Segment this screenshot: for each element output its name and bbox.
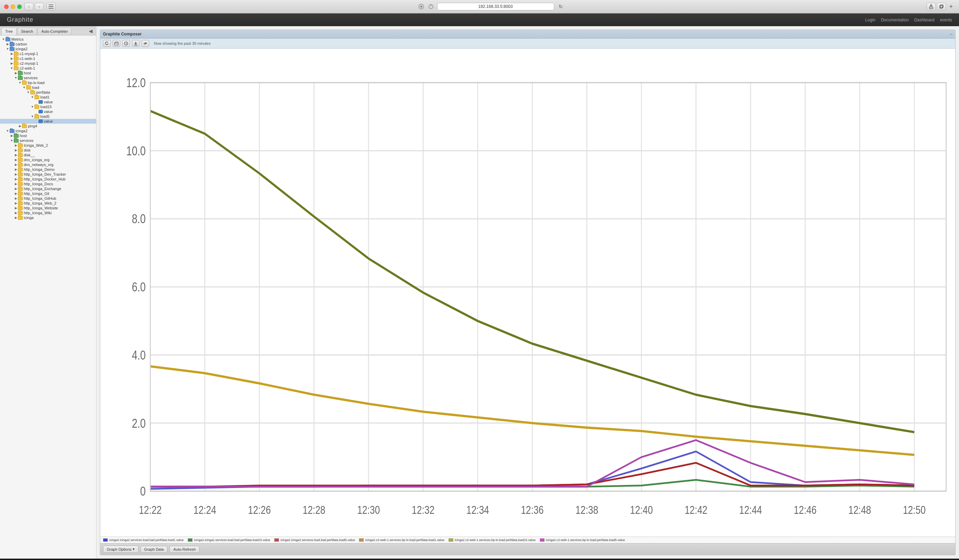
tree-item-icinga2-2[interactable]: ▼ icinga2	[0, 129, 96, 133]
tree-item-value1[interactable]: value	[0, 100, 96, 104]
duplicate-button[interactable]	[937, 3, 946, 10]
expand-http-icinga-docker-icon[interactable]: ▶	[14, 177, 18, 181]
expand-icinga2-2-icon[interactable]: ▼	[5, 129, 10, 133]
expand-host2-icon[interactable]: ▶	[10, 134, 14, 137]
tree-item-value5[interactable]: value	[0, 119, 96, 124]
expand-services2-icon[interactable]: ▼	[10, 139, 14, 142]
tree-item-c2-mysql-1[interactable]: ▶ c2-mysql-1	[0, 61, 96, 66]
tab-auto-completer[interactable]: Auto-Completer	[38, 27, 72, 35]
login-link[interactable]: Login	[865, 18, 875, 22]
expand-c1-mysql-1-icon[interactable]: ▶	[10, 52, 14, 56]
expand-host-icon[interactable]: ▶	[14, 71, 18, 75]
tree-item-http-icinga-wiki[interactable]: ▶ http_Icinga_Wiki	[0, 210, 96, 215]
tab-tree[interactable]: Tree	[2, 27, 16, 35]
graph-data-button[interactable]: Graph Data	[140, 546, 168, 553]
close-button[interactable]	[4, 5, 9, 9]
tree-item-load1[interactable]: ▼ load1	[0, 95, 96, 100]
tree-item-disk__[interactable]: ▶ disk__	[0, 153, 96, 158]
save-button[interactable]	[132, 40, 140, 47]
expand-http-icinga-web2-icon[interactable]: ▶	[14, 202, 18, 205]
tree-item-value15[interactable]: value	[0, 109, 96, 114]
sidebar-collapse-button[interactable]: ◀	[87, 27, 95, 35]
expand-disk__-icon[interactable]: ▶	[14, 153, 18, 157]
tree-item-disk[interactable]: ▶ disk	[0, 148, 96, 153]
expand-http-icinga-docs-icon[interactable]: ▶	[14, 182, 18, 186]
expand-services-icon[interactable]: ▼	[14, 76, 18, 80]
forward-button[interactable]: ›	[35, 3, 44, 10]
address-bar[interactable]: 192.168.33.5:8003	[437, 3, 554, 10]
tree-item-carbon[interactable]: ▶ carbon	[0, 42, 96, 46]
expand-icinga3-icon[interactable]: ▶	[14, 216, 18, 220]
auto-refresh-button[interactable]: Auto-Refresh	[169, 546, 199, 553]
tree-item-c1-web-1[interactable]: ▶ c1-web-1	[0, 56, 96, 61]
share-button[interactable]	[927, 3, 935, 10]
expand-c2-mysql-1-icon[interactable]: ▶	[10, 62, 14, 65]
expand-http-icinga-demo-icon[interactable]: ▶	[14, 168, 18, 171]
expand-c1-web-1-icon[interactable]: ▶	[10, 57, 14, 60]
expand-http-icinga-website-icon[interactable]: ▶	[14, 206, 18, 210]
tree-item-http-icinga-web2[interactable]: ▶ http_Icinga_Web_2	[0, 201, 96, 205]
tree-item-c1-mysql-1[interactable]: ▶ c1-mysql-1	[0, 51, 96, 56]
expand-icinga-web-2-icon[interactable]: ▶	[14, 144, 18, 147]
expand-c2-web-1-icon[interactable]: ▼	[10, 67, 14, 70]
clock-button[interactable]	[122, 40, 130, 47]
expand-dns-netways-org-icon[interactable]: ▶	[14, 163, 18, 166]
back-button[interactable]: ‹	[24, 3, 33, 10]
link-button[interactable]	[142, 40, 149, 47]
tree-item-load15[interactable]: ▼ load15	[0, 104, 96, 109]
tree-item-services[interactable]: ▼ services	[0, 75, 96, 80]
expand-http-icinga-github-icon[interactable]: ▶	[14, 197, 18, 200]
tree-item-c2-web-1[interactable]: ▼ c2-web-1	[0, 66, 96, 71]
tree-item-load5[interactable]: ▼ load5	[0, 114, 96, 119]
sidebar-toggle-button[interactable]	[46, 3, 56, 10]
tree-item-metrics[interactable]: ▼ Metrics	[0, 37, 96, 42]
expand-icinga2-1-icon[interactable]: ▼	[5, 47, 10, 51]
tree-item-http-icinga-demo[interactable]: ▶ http_Icinga_Demo	[0, 167, 96, 172]
expand-perfdata-icon[interactable]: ▼	[26, 91, 30, 94]
tree-item-load[interactable]: ▼ load	[0, 85, 96, 90]
calendar-button[interactable]	[113, 40, 120, 47]
reload-button[interactable]: ↻	[557, 3, 565, 10]
new-tab-button[interactable]: +	[947, 3, 955, 10]
tree-item-host[interactable]: ▶ host	[0, 71, 96, 75]
expand-http-icinga-exchange-icon[interactable]: ▶	[14, 187, 18, 191]
expand-dns-icinga-org-icon[interactable]: ▶	[14, 158, 18, 162]
tree-item-ping4[interactable]: ▶ ping4	[0, 124, 96, 129]
tree-item-bp-lx-load[interactable]: ▼ bp-lx-load	[0, 80, 96, 85]
expand-ping4-icon[interactable]: ▶	[18, 124, 22, 128]
expand-bp-lx-load-icon[interactable]: ▼	[18, 81, 22, 84]
expand-http-icinga-wiki-icon[interactable]: ▶	[14, 211, 18, 215]
tree-item-http-icinga-docs[interactable]: ▶ http_Icinga_Docs	[0, 181, 96, 186]
tree-item-dns-netways-org[interactable]: ▶ dns_netways_org	[0, 162, 96, 167]
expand-load-icon[interactable]: ▼	[22, 86, 26, 89]
tree-item-http-icinga-docker[interactable]: ▶ http_Icinga_Docker_Hub	[0, 177, 96, 181]
tree-item-icinga3[interactable]: ▶ icinga	[0, 215, 96, 220]
dashboard-link[interactable]: Dashboard	[914, 18, 935, 22]
maximize-button[interactable]	[17, 5, 22, 9]
expand-load1-icon[interactable]: ▼	[30, 95, 35, 99]
tree-item-dns-icinga-org[interactable]: ▶ dns_icinga_org	[0, 158, 96, 162]
tree-item-http-icinga-website[interactable]: ▶ http_Icinga_Website	[0, 205, 96, 210]
expand-carbon-icon[interactable]: ▶	[5, 42, 10, 46]
expand-load5-icon[interactable]: ▼	[30, 115, 35, 118]
tree-item-http-icinga-exchange[interactable]: ▶ http_Icinga_Exchange	[0, 186, 96, 191]
expand-http-icinga-dev-icon[interactable]: ▶	[14, 173, 18, 176]
events-link[interactable]: events	[940, 18, 952, 22]
tree-item-http-icinga-git[interactable]: ▶ http_Icinga_Git	[0, 191, 96, 196]
tree-item-icinga-web-2[interactable]: ▶ Icinga_Web_2	[0, 143, 96, 148]
composer-minimize-button[interactable]: −	[950, 31, 953, 37]
tree-item-http-icinga-dev[interactable]: ▶ http_Icinga_Dev_Tracker	[0, 172, 96, 177]
graph-options-button[interactable]: Graph Options ▾	[103, 546, 139, 553]
expand-disk-icon[interactable]: ▶	[14, 148, 18, 152]
expand-load15-icon[interactable]: ▼	[30, 105, 35, 108]
tree-item-host2[interactable]: ▶ host	[0, 133, 96, 138]
tree-item-services2[interactable]: ▼ services	[0, 138, 96, 143]
tree-item-icinga2-1[interactable]: ▼ icinga2	[0, 46, 96, 51]
expand-http-icinga-git-icon[interactable]: ▶	[14, 192, 18, 195]
tree-item-http-icinga-github[interactable]: ▶ http_Icinga_GitHub	[0, 196, 96, 201]
expand-metrics-icon[interactable]: ▼	[2, 38, 5, 41]
documentation-link[interactable]: Documentation	[881, 18, 909, 22]
refresh-graph-button[interactable]	[103, 40, 111, 47]
tab-search[interactable]: Search	[17, 27, 37, 35]
minimize-button[interactable]	[11, 5, 15, 9]
